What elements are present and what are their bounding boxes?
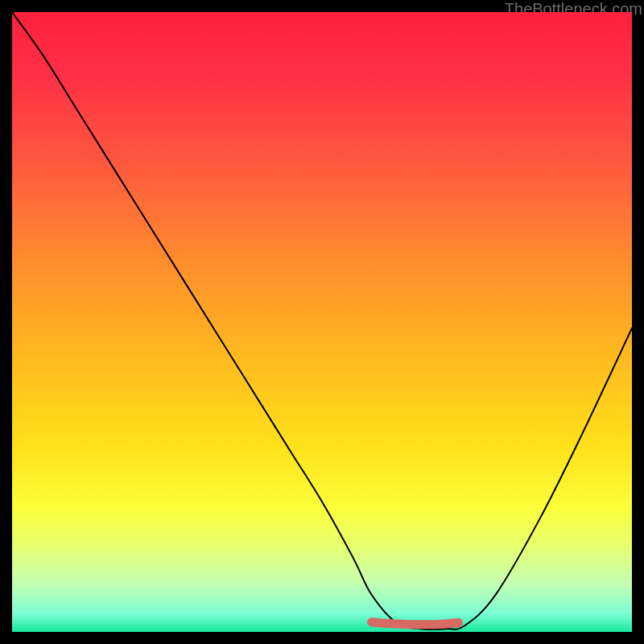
plot-area bbox=[12, 12, 632, 632]
bottleneck-curve-path bbox=[12, 12, 632, 630]
chart-svg bbox=[12, 12, 632, 632]
flat-marker-path bbox=[372, 622, 459, 625]
outer-frame: TheBottleneck.com bbox=[0, 0, 644, 644]
